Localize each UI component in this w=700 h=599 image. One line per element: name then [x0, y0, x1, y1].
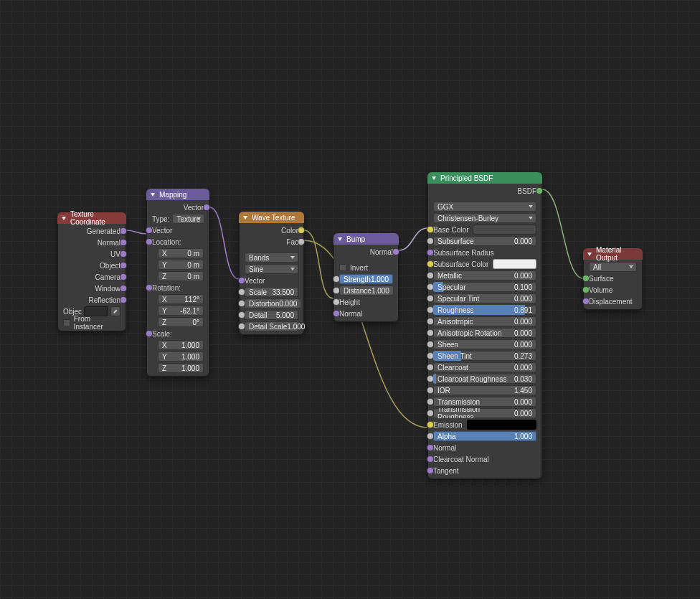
- rotation-x[interactable]: X112°: [158, 294, 204, 304]
- socket-in[interactable]: [427, 467, 434, 474]
- ior-field[interactable]: IOR1.450: [433, 385, 536, 395]
- type-dropdown[interactable]: Texture: [172, 214, 204, 224]
- socket-in[interactable]: [146, 238, 153, 245]
- from-instancer-checkbox[interactable]: [63, 319, 70, 326]
- target-dropdown[interactable]: All: [589, 262, 637, 272]
- collapse-icon[interactable]: [338, 237, 342, 241]
- socket-out[interactable]: [392, 248, 399, 255]
- node-header[interactable]: Wave Texture: [239, 212, 304, 223]
- location-x[interactable]: X0 m: [158, 248, 204, 258]
- socket-out[interactable]: [298, 238, 305, 245]
- invert-checkbox[interactable]: [339, 264, 346, 271]
- node-header[interactable]: Material Output: [583, 248, 643, 260]
- socket-in[interactable]: [582, 298, 590, 305]
- sss-color-swatch[interactable]: [493, 259, 536, 269]
- subsurface-slider[interactable]: Subsurface0.000: [433, 236, 536, 246]
- socket-in[interactable]: [333, 298, 340, 306]
- alpha-slider[interactable]: Alpha1.000: [433, 431, 536, 441]
- socket-out[interactable]: [120, 262, 127, 269]
- socket-out[interactable]: [203, 204, 210, 211]
- scale-x[interactable]: X1.000: [158, 340, 204, 350]
- socket-out[interactable]: [536, 187, 543, 194]
- socket-in[interactable]: [238, 277, 245, 284]
- metallic-slider[interactable]: Metallic0.000: [433, 270, 536, 280]
- scale-field[interactable]: Scale33.500: [245, 287, 298, 297]
- node-header[interactable]: Bump: [334, 233, 399, 245]
- anisotropic-slider[interactable]: Anisotropic0.000: [433, 316, 536, 326]
- socket-in[interactable]: [582, 286, 590, 293]
- node-mapping[interactable]: Mapping Vector Type: Texture Vector Loca…: [146, 189, 209, 377]
- aniso-rot-slider[interactable]: Anisotropic Rotation0.000: [433, 328, 536, 338]
- location-z[interactable]: Z0 m: [158, 271, 204, 281]
- socket-out[interactable]: [120, 250, 127, 258]
- collapse-icon[interactable]: [587, 253, 592, 256]
- from-instancer-row[interactable]: From Instancer: [60, 318, 123, 328]
- rotation-y[interactable]: Y-62.1°: [158, 306, 204, 316]
- scale-z[interactable]: Z1.000: [158, 363, 204, 373]
- socket-in[interactable]: [427, 226, 434, 233]
- detail-scale-field[interactable]: Detail Scale1.000: [245, 321, 298, 331]
- output-vector: Vector: [149, 202, 207, 212]
- node-texture-coordinate[interactable]: Texture Coordinate Generated Normal UV O…: [57, 212, 126, 331]
- node-material-output[interactable]: Material Output All Surface Volume Displ…: [583, 248, 643, 310]
- socket-out[interactable]: [120, 227, 127, 235]
- node-title: Material Output: [596, 246, 638, 262]
- strength-field[interactable]: Strength1.000: [339, 274, 393, 284]
- distortion-field[interactable]: Distortion0.000: [245, 298, 301, 308]
- node-editor[interactable]: Texture Coordinate Generated Normal UV O…: [0, 0, 700, 599]
- socket-in[interactable]: [146, 227, 153, 234]
- rotation-z[interactable]: Z0°: [158, 317, 204, 327]
- input-emission: Emission: [430, 420, 539, 430]
- wave-profile-dropdown[interactable]: Sine: [245, 264, 298, 274]
- socket-in[interactable]: [427, 260, 434, 268]
- socket-in[interactable]: [146, 330, 153, 337]
- sheen-tint-slider[interactable]: Sheen Tint0.273: [433, 351, 536, 361]
- sss-method-dropdown[interactable]: Christensen-Burley: [433, 213, 536, 223]
- input-sss-color: Subsurface Color: [430, 259, 539, 269]
- socket-in[interactable]: [427, 456, 434, 463]
- node-header[interactable]: Texture Coordinate: [57, 212, 126, 224]
- input-normal: Normal: [430, 443, 539, 453]
- node-wave-texture[interactable]: Wave Texture Color Fac Bands Sine Vector…: [239, 212, 304, 335]
- socket-out[interactable]: [120, 273, 127, 280]
- node-principled-bsdf[interactable]: Principled BSDF BSDF GGX Christensen-Bur…: [427, 172, 542, 479]
- socket-in[interactable]: [427, 249, 434, 256]
- collapse-icon[interactable]: [243, 216, 247, 220]
- distance-field[interactable]: Distance1.000: [339, 286, 394, 296]
- input-tangent: Tangent: [430, 466, 539, 476]
- socket-in[interactable]: [146, 284, 153, 291]
- specular-slider[interactable]: Specular0.100: [433, 282, 536, 292]
- node-header[interactable]: Mapping: [146, 189, 209, 200]
- wave-type-dropdown[interactable]: Bands: [245, 253, 298, 263]
- sheen-slider[interactable]: Sheen0.000: [433, 339, 536, 349]
- collapse-icon[interactable]: [62, 217, 66, 220]
- node-bump[interactable]: Bump Normal Invert Strength1.000 Distanc…: [334, 233, 399, 322]
- socket-out[interactable]: [298, 227, 305, 234]
- location-y[interactable]: Y0 m: [158, 260, 204, 270]
- collapse-icon[interactable]: [432, 176, 436, 180]
- socket-out[interactable]: [120, 296, 127, 303]
- socket-in[interactable]: [427, 421, 434, 428]
- socket-in[interactable]: [427, 444, 434, 451]
- transmission-slider[interactable]: Transmission0.000: [433, 397, 536, 407]
- distribution-dropdown[interactable]: GGX: [433, 202, 536, 212]
- clearcoat-slider[interactable]: Clearcoat0.000: [433, 362, 536, 372]
- socket-in[interactable]: [333, 310, 340, 317]
- roughness-slider[interactable]: Roughness0.891: [433, 305, 536, 315]
- specular-tint-slider[interactable]: Specular Tint0.000: [433, 293, 536, 303]
- input-height: Height: [336, 297, 396, 307]
- output-fac: Fac: [242, 237, 301, 247]
- emission-swatch[interactable]: [467, 420, 536, 430]
- output-uv: UV: [60, 249, 123, 259]
- invert-row[interactable]: Invert: [336, 263, 396, 273]
- socket-out[interactable]: [120, 285, 127, 292]
- base-color-swatch[interactable]: [473, 225, 536, 235]
- socket-out[interactable]: [120, 239, 127, 246]
- socket-in[interactable]: [582, 275, 590, 282]
- scale-y[interactable]: Y1.000: [158, 352, 204, 362]
- collapse-icon[interactable]: [151, 193, 155, 197]
- detail-field[interactable]: Detail5.000: [245, 310, 298, 320]
- trans-rough-slider[interactable]: Transmission Roughness0.000: [433, 408, 536, 418]
- node-header[interactable]: Principled BSDF: [427, 172, 542, 184]
- clearcoat-rough-slider[interactable]: Clearcoat Roughness0.030: [433, 374, 536, 384]
